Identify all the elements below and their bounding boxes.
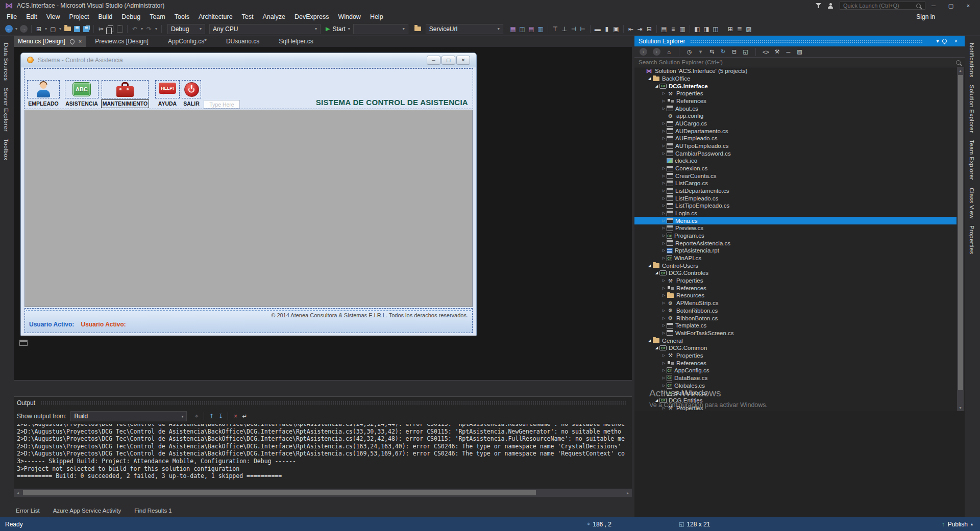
find-message-icon[interactable]: ⌖ xyxy=(192,412,201,421)
tree-item-dcg-controles[interactable]: ◢C#DCG.Controles xyxy=(634,269,957,277)
tree-item-app-config[interactable]: ⚙app.config xyxy=(634,112,957,120)
send-to-back-icon[interactable]: ◨ xyxy=(702,24,710,34)
expander-icon[interactable]: ◢ xyxy=(654,346,659,350)
preview-selected-items-icon[interactable]: ◱ xyxy=(742,47,749,57)
dropdown-caret-icon[interactable]: ▾ xyxy=(44,24,48,34)
form-close-icon[interactable]: ✕ xyxy=(456,56,470,65)
tree-item-references[interactable]: ▷References xyxy=(634,97,957,105)
bring-to-front-icon[interactable]: ◧ xyxy=(693,24,701,34)
tab-dusuario-cs[interactable]: DUsuario.cs xyxy=(222,36,263,47)
strip-tab-team-explorer[interactable]: Team Explorer xyxy=(969,140,975,180)
menu-analyze[interactable]: Analyze xyxy=(258,11,290,22)
collapse-all-icon[interactable]: ⊟ xyxy=(731,47,738,57)
start-debugging-button[interactable]: ▶ Start ▾ xyxy=(326,26,350,33)
quick-launch-input[interactable] xyxy=(840,2,925,10)
tree-item-about-cs[interactable]: ▷About.cs xyxy=(634,105,957,112)
layout-grid-icon[interactable]: ▤ xyxy=(660,24,668,34)
pin-icon[interactable] xyxy=(941,38,948,44)
tree-item-resources[interactable]: ▷Resources xyxy=(634,292,957,299)
dx-table-icon[interactable]: ▤ xyxy=(527,24,535,34)
menu-tools[interactable]: Tools xyxy=(170,11,194,22)
tree-item-listdepartamento-cs[interactable]: ▷ListDepartamento.cs xyxy=(634,187,957,195)
strip-tab-data-sources[interactable]: Data Sources xyxy=(3,43,9,81)
expander-icon[interactable]: ▷ xyxy=(661,196,667,200)
tree-item-reporteasistencia-cs[interactable]: ▷ReporteAsistencia.cs xyxy=(634,239,957,247)
strip-tab-server-explorer[interactable]: Server Explorer xyxy=(3,88,9,132)
expander-icon[interactable]: ▷ xyxy=(661,323,667,327)
search-icon[interactable] xyxy=(916,4,921,8)
menustrip-item-asistencia[interactable]: ABCASISTENCIA xyxy=(65,80,99,108)
dropdown-caret-icon[interactable]: ▾ xyxy=(697,47,704,57)
pending-changes-filter-icon[interactable]: ◷ xyxy=(686,47,693,57)
expander-icon[interactable]: ▷ xyxy=(661,226,667,230)
show-all-files-icon[interactable]: ▨ xyxy=(796,47,803,57)
solution-explorer-search-box[interactable]: Search Solution Explorer (Ctrl+') xyxy=(634,58,965,67)
align-left-icon[interactable]: ⊣ xyxy=(570,24,578,34)
expander-icon[interactable]: ▷ xyxy=(661,331,667,335)
window-position-icon[interactable]: ▾ xyxy=(934,37,942,46)
nav-forward-icon[interactable]: → xyxy=(20,25,28,33)
tree-item-rptasistencia-rpt[interactable]: ▷RptAsistencia.rpt xyxy=(634,247,957,255)
tree-item-apmenustrip-cs[interactable]: ▷⚙APMenuStrip.cs xyxy=(634,299,957,307)
tree-item-solution-acs-interface-5-projects-[interactable]: ⋈Solution 'ACS.Interface' (5 projects) xyxy=(634,67,957,75)
back-icon[interactable]: ‹ xyxy=(640,48,647,56)
tree-item-template-cs[interactable]: ▷Template.cs xyxy=(634,322,957,330)
expander-icon[interactable]: ▷ xyxy=(661,361,667,365)
toolbar-search-combo[interactable]: ▾ xyxy=(353,24,408,34)
undo-icon[interactable]: ↶ xyxy=(131,24,139,34)
tree-item-listtipoempleado-cs[interactable]: ▷ListTipoEmpleado.cs xyxy=(634,202,957,210)
expander-icon[interactable]: ▷ xyxy=(661,219,667,223)
expander-icon[interactable]: ▷ xyxy=(661,309,667,313)
pin-icon[interactable] xyxy=(69,38,76,45)
form-maximize-icon[interactable]: ▢ xyxy=(442,56,455,65)
expander-icon[interactable]: ◢ xyxy=(647,264,652,268)
menu-edit[interactable]: Edit xyxy=(21,11,42,22)
scroll-down-icon[interactable]: ▼ xyxy=(957,404,964,411)
expander-icon[interactable]: ▷ xyxy=(661,234,667,238)
save-icon[interactable] xyxy=(74,26,80,32)
menu-team[interactable]: Team xyxy=(145,11,170,22)
home-icon[interactable]: ⌂ xyxy=(666,47,672,57)
tree-item-conexion-cs[interactable]: ▷Conexion.cs xyxy=(634,165,957,172)
service-url-combo[interactable]: ServiceUrl▾ xyxy=(426,24,503,34)
tree-item-clock-ico[interactable]: clock.ico xyxy=(634,157,957,165)
clear-all-icon[interactable]: × xyxy=(231,412,239,421)
toolbox-icon[interactable]: ▨ xyxy=(745,24,753,34)
layout-rows-icon[interactable]: ≡ xyxy=(669,24,677,34)
dropdown-caret-icon[interactable]: ▾ xyxy=(154,24,158,34)
expander-icon[interactable]: ▷ xyxy=(661,189,667,193)
same-width-icon[interactable]: ▬ xyxy=(594,24,602,34)
expander-icon[interactable]: ▷ xyxy=(661,368,667,372)
nav-back-icon[interactable]: ← xyxy=(5,25,13,33)
tree-item-autipoempleado-cs[interactable]: ▷AUTipoEmpleado.cs xyxy=(634,142,957,150)
expander-icon[interactable]: ▷ xyxy=(661,376,667,380)
word-wrap-icon[interactable]: ↵ xyxy=(240,412,249,421)
dx-columns-icon[interactable]: ▥ xyxy=(536,24,545,34)
designer-tray-icon[interactable] xyxy=(19,340,28,346)
menu-help[interactable]: Help xyxy=(365,11,388,22)
expander-icon[interactable]: ▷ xyxy=(661,241,667,245)
tree-item-listempleado-cs[interactable]: ▷ListEmpleado.cs xyxy=(634,194,957,202)
tree-item-control-users[interactable]: ◢Control-Users xyxy=(634,262,957,269)
tree-item-crearcuenta-cs[interactable]: ▷CrearCuenta.cs xyxy=(634,172,957,180)
tree-item-properties[interactable]: ▷⚒Properties xyxy=(634,352,957,360)
spacing-vertical-icon[interactable]: ⇥ xyxy=(636,24,644,34)
remove-spacing-icon[interactable]: ⊟ xyxy=(645,24,653,34)
close-icon[interactable]: × xyxy=(79,38,82,44)
dropdown-caret-icon[interactable]: ▾ xyxy=(140,24,144,34)
tree-item-database-cs[interactable]: ▷C#DataBase.cs xyxy=(634,374,957,382)
close-icon[interactable]: × xyxy=(952,37,960,46)
expander-icon[interactable]: ▷ xyxy=(661,174,667,178)
menu-window[interactable]: Window xyxy=(333,11,365,22)
tree-item-listcargo-cs[interactable]: ▷ListCargo.cs xyxy=(634,180,957,187)
tree-item-winapi-cs[interactable]: ▷C#WinAPI.cs xyxy=(634,255,957,262)
align-top-icon[interactable]: ⊤ xyxy=(551,24,559,34)
configuration-combo[interactable]: Debug▾ xyxy=(167,24,205,34)
new-item-icon[interactable]: ▢ xyxy=(49,24,57,34)
tab-appconfig-cs-[interactable]: AppConfig.cs* xyxy=(164,36,211,47)
expander-icon[interactable]: ◢ xyxy=(654,84,659,88)
same-size-icon[interactable]: ▣ xyxy=(612,24,620,34)
notifications-filter-icon[interactable] xyxy=(816,3,821,8)
tool-tab-azure-app-service-activity[interactable]: Azure App Service Activity xyxy=(53,508,121,514)
tree-item-general[interactable]: ◢General xyxy=(634,337,957,344)
